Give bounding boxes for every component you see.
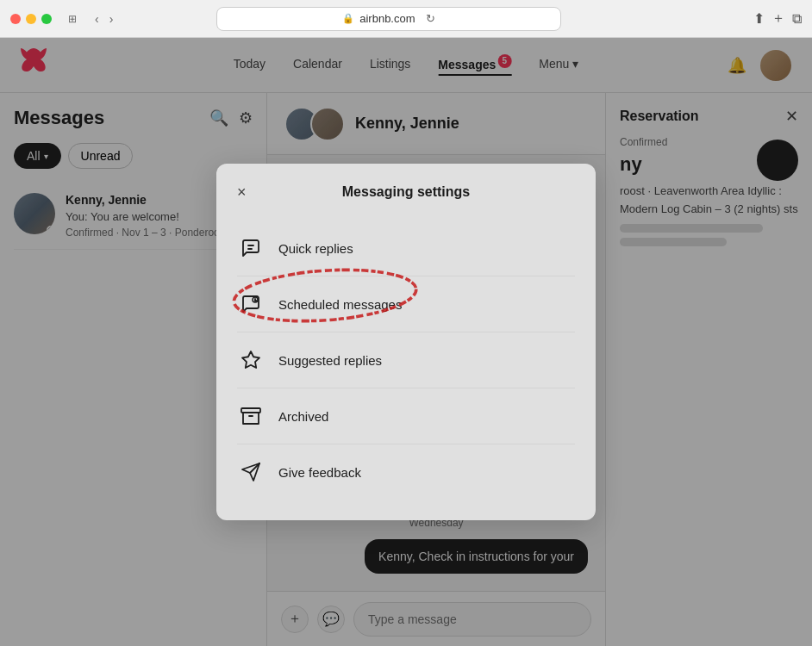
share-icon[interactable]: ⬆ [753, 10, 765, 27]
scheduled-messages-item[interactable]: Scheduled messages [237, 276, 575, 332]
quick-replies-item[interactable]: Quick replies [237, 221, 575, 276]
address-bar[interactable]: 🔒 airbnb.com ↻ [216, 7, 561, 31]
suggested-replies-icon [237, 346, 265, 374]
messaging-settings-modal: × Messaging settings Quick replies [216, 164, 596, 520]
modal-title: Messaging settings [342, 184, 470, 200]
give-feedback-item[interactable]: Give feedback [237, 444, 575, 500]
app-container: Today Calendar Listings Messages5 Menu ▾… [0, 38, 812, 646]
new-tab-icon[interactable]: ＋ [771, 9, 785, 28]
traffic-lights [10, 14, 52, 24]
browser-chrome: ⊞ ‹ › 🔒 airbnb.com ↻ ⬆ ＋ ⧉ [0, 0, 812, 38]
quick-replies-label: Quick replies [278, 241, 353, 256]
tabs-icon[interactable]: ⧉ [792, 11, 802, 27]
quick-replies-icon [237, 234, 265, 262]
suggested-replies-item[interactable]: Suggested replies [237, 332, 575, 388]
give-feedback-icon [237, 458, 265, 486]
browser-actions: ⬆ ＋ ⧉ [753, 9, 802, 28]
back-arrow[interactable]: ‹ [91, 10, 103, 28]
refresh-icon[interactable]: ↻ [426, 12, 435, 25]
give-feedback-label: Give feedback [278, 465, 361, 480]
archived-label: Archived [278, 409, 328, 424]
svg-rect-7 [241, 408, 260, 413]
suggested-replies-label: Suggested replies [278, 353, 382, 368]
scheduled-messages-icon [237, 290, 265, 318]
close-traffic-light[interactable] [10, 14, 21, 24]
archived-icon [237, 402, 265, 430]
lock-icon: 🔒 [342, 13, 354, 24]
fullscreen-traffic-light[interactable] [41, 14, 52, 24]
modal-close-button[interactable]: × [237, 183, 247, 202]
modal-header: × Messaging settings [237, 184, 575, 200]
svg-marker-6 [242, 351, 259, 368]
window-button[interactable]: ⊞ [64, 10, 81, 28]
archived-item[interactable]: Archived [237, 388, 575, 444]
url-text: airbnb.com [359, 12, 415, 25]
nav-arrows: ‹ › [91, 10, 116, 28]
minimize-traffic-light[interactable] [26, 14, 36, 24]
modal-overlay[interactable]: × Messaging settings Quick replies [0, 38, 812, 646]
scheduled-messages-label: Scheduled messages [278, 297, 402, 312]
forward-arrow[interactable]: › [106, 10, 117, 28]
